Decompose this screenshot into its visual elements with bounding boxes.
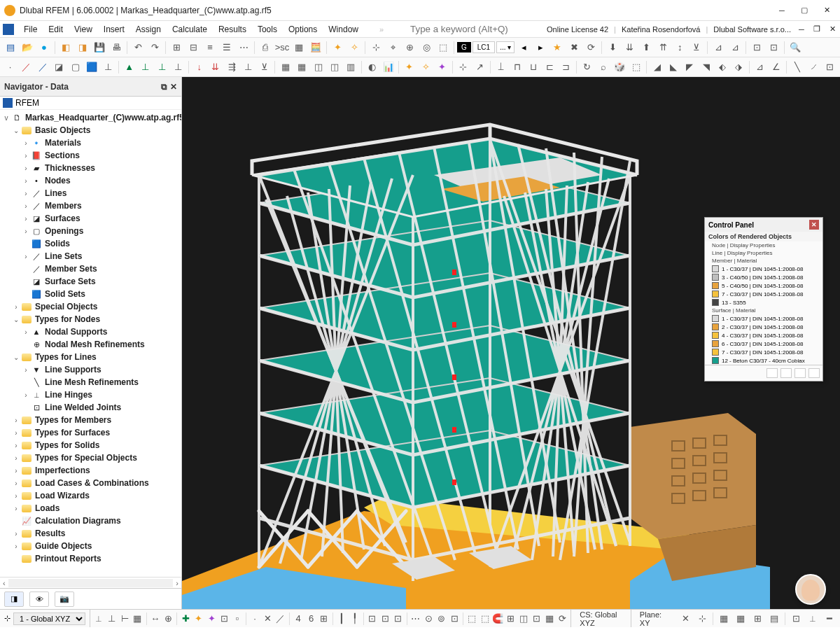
toolbar-button-tb2-43[interactable]: 🎲 xyxy=(612,59,627,75)
toolbar-button-tb3-9[interactable]: ✦ xyxy=(192,611,204,626)
cp-legend-row[interactable]: 1 - C30/37 | DIN 1045-1:2008-08 xyxy=(705,265,822,273)
toolbar-button-tb1-23[interactable]: ✦ xyxy=(330,40,345,55)
tree-node[interactable]: ›•Nodes xyxy=(0,174,181,187)
toolbar-button-tb3-31[interactable]: ⊚ xyxy=(435,611,447,626)
toolbar-button-tb1-41[interactable]: ↕ xyxy=(672,40,687,55)
toolbar-button-tb3-16[interactable]: ／ xyxy=(275,611,286,626)
toolbar-button-tb2-51[interactable]: ⬗ xyxy=(732,59,746,75)
toolbar-button-tb1-34[interactable]: ✖ xyxy=(566,40,582,55)
mdi-restore-icon[interactable]: ❐ xyxy=(812,24,822,34)
toolbar-button-tb2-47[interactable]: ◣ xyxy=(666,59,680,75)
toolbar-button-tb4-3[interactable]: ▦ xyxy=(716,611,732,626)
toolbar-button-tb2-50[interactable]: ⬖ xyxy=(715,59,729,75)
toolbar-button-tb2-42[interactable]: ⌕ xyxy=(596,59,610,75)
toolbar-button-tb1-10[interactable]: ↷ xyxy=(147,40,162,55)
cp-legend-row[interactable]: 3 - C40/50 | DIN 1045-1:2008-08 xyxy=(705,273,822,281)
toolbar-button-tb3-38[interactable]: ◫ xyxy=(518,611,529,626)
toolbar-button-tb2-46[interactable]: ◢ xyxy=(650,59,664,75)
toolbar-button-tb2-21[interactable]: ◫ xyxy=(311,59,326,75)
tree-node[interactable]: ›▲Nodal Supports xyxy=(0,326,181,338)
toolbar-button-tb2-11[interactable]: ⊥ xyxy=(171,59,186,75)
tree-node[interactable]: ›Types for Surfaces xyxy=(0,426,181,439)
toolbar-button-tb2-38[interactable]: ⊏ xyxy=(542,59,557,75)
toolbar-button-tb2-26[interactable]: 📊 xyxy=(381,59,396,75)
toolbar-button-tb2-58[interactable]: ⊡ xyxy=(822,59,837,75)
menu-assign[interactable]: Assign xyxy=(130,23,167,36)
expand-icon[interactable]: › xyxy=(11,442,21,449)
toolbar-button-tb4-8[interactable]: ⊡ xyxy=(788,611,804,626)
tree-node[interactable]: ›▰Thicknesses xyxy=(0,162,181,174)
tree-node[interactable]: ›／Members xyxy=(0,200,181,212)
expand-icon[interactable]: › xyxy=(21,152,31,160)
toolbar-button-tb1-15[interactable]: ☰ xyxy=(219,40,234,55)
tree-node[interactable]: ⊕Nodal Mesh Refinements xyxy=(0,338,181,351)
toolbar-button-tb3-6[interactable]: ⊕ xyxy=(162,611,174,626)
toolbar-button-tb3-29[interactable]: ⋯ xyxy=(410,611,421,626)
toolbar-button-tb1-42[interactable]: ⊻ xyxy=(689,40,704,55)
toolbar-button-tb2-13[interactable]: ↓ xyxy=(192,59,206,75)
cp-legend-row[interactable]: 1 - C30/37 | DIN 1045-1:2008-08 xyxy=(705,314,822,323)
tree-node[interactable]: ›Imperfections xyxy=(0,464,181,477)
toolbar-button-tb3-3[interactable]: ▦ xyxy=(132,611,143,626)
toolbar-button-tb1-26[interactable]: ⊹ xyxy=(368,40,384,55)
toolbar-button-tb2-53[interactable]: ⊿ xyxy=(752,59,767,75)
toolbar-button-tb3-0[interactable]: ⟂ xyxy=(93,611,104,626)
control-panel-close-icon[interactable]: ✕ xyxy=(809,220,819,230)
cp-legend-row[interactable]: 7 - C30/37 | DIN 1045-1:2008-08 xyxy=(705,290,822,298)
nav-mode-data-button[interactable]: ◨ xyxy=(4,592,24,607)
toolbar-button-tb1-9[interactable]: ↶ xyxy=(130,40,146,55)
cp-button-1[interactable] xyxy=(766,368,778,378)
toolbar-button-tb3-40[interactable]: ▦ xyxy=(544,611,555,626)
loadcase-prev-icon[interactable]: ◂ xyxy=(516,40,531,55)
tree-node[interactable]: ›⟂Line Hinges xyxy=(0,388,181,401)
toolbar-button-tb1-39[interactable]: ⬆ xyxy=(638,40,654,55)
expand-icon[interactable]: › xyxy=(11,303,21,311)
cp-button-2[interactable] xyxy=(780,368,792,378)
toolbar-button-tb1-40[interactable]: ⇈ xyxy=(655,40,671,55)
toolbar-button-tb2-56[interactable]: ╲ xyxy=(790,59,804,75)
menu-window[interactable]: Window xyxy=(323,23,364,36)
cp-button-3[interactable] xyxy=(794,368,806,378)
toolbar-button-tb2-25[interactable]: ◐ xyxy=(365,59,379,75)
toolbar-button-tb2-29[interactable]: ✧ xyxy=(419,59,433,75)
toolbar-button-tb2-6[interactable]: ⊥ xyxy=(101,59,115,75)
toolbar-button-tb3-27[interactable]: ⊡ xyxy=(392,611,403,626)
toolbar-button-tb1-2[interactable]: ● xyxy=(36,40,52,55)
toolbar-button-tb1-13[interactable]: ⊟ xyxy=(186,40,201,55)
cp-legend-row[interactable]: 13 - S355 xyxy=(705,298,822,307)
mdi-minimize-icon[interactable]: ─ xyxy=(797,24,806,34)
tree-node[interactable]: ◪Surface Sets xyxy=(0,275,181,288)
toolbar-button-tb2-30[interactable]: ✦ xyxy=(435,59,449,75)
toolbar-button-tb1-48[interactable]: ⊡ xyxy=(766,40,781,55)
toolbar-button-tb1-44[interactable]: ⊿ xyxy=(710,40,726,55)
toolbar-button-tb1-21[interactable]: 🧮 xyxy=(308,40,323,55)
model-viewport[interactable]: Control Panel ✕ Colors of Rendered Objec… xyxy=(182,77,840,609)
toolbar-button-tb3-12[interactable]: ▫ xyxy=(232,611,243,626)
toolbar-button-tb2-0[interactable]: · xyxy=(3,59,18,75)
tree-node[interactable]: ⌄Types for Nodes xyxy=(0,313,181,326)
tree-node[interactable]: ›Loads xyxy=(0,502,181,514)
tree-node[interactable]: ›▢Openings xyxy=(0,225,181,237)
toolbar-button-tb3-18[interactable]: 4 xyxy=(293,611,304,626)
toolbar-button-tb3-37[interactable]: ⊞ xyxy=(505,611,516,626)
toolbar-button-tb3-34[interactable]: ⬚ xyxy=(466,611,477,626)
expand-icon[interactable]: › xyxy=(11,416,21,424)
toolbar-button-tb1-20[interactable]: ▦ xyxy=(291,40,307,55)
toolbar-button-tb3-5[interactable]: ↔ xyxy=(149,611,160,626)
toolbar-button-tb3-23[interactable]: ╿ xyxy=(349,611,360,626)
expand-icon[interactable]: ⌄ xyxy=(11,127,21,134)
toolbar-button-tb3-39[interactable]: ⊡ xyxy=(531,611,542,626)
tree-node[interactable]: ›📕Sections xyxy=(0,149,181,162)
expand-icon[interactable]: › xyxy=(21,366,31,374)
toolbar-button-tb1-6[interactable]: 💾 xyxy=(92,40,107,55)
toolbar-button-tb2-22[interactable]: ◫ xyxy=(327,59,342,75)
h-scrollbar[interactable]: ‹› xyxy=(0,577,181,588)
close-button[interactable]: ✕ xyxy=(822,6,832,15)
toolbar-button-tb4-1[interactable]: ⊹ xyxy=(694,611,710,626)
toolbar-button-tb1-47[interactable]: ⊡ xyxy=(749,40,764,55)
tree-node[interactable]: ›／Line Sets xyxy=(0,250,181,262)
toolbar-button-tb3-36[interactable]: 🧲 xyxy=(492,611,503,626)
toolbar-button-tb3-10[interactable]: ✦ xyxy=(206,611,217,626)
toolbar-button-tb2-5[interactable]: 🟦 xyxy=(84,59,99,75)
toolbar-button-tb1-14[interactable]: ≡ xyxy=(202,40,218,55)
